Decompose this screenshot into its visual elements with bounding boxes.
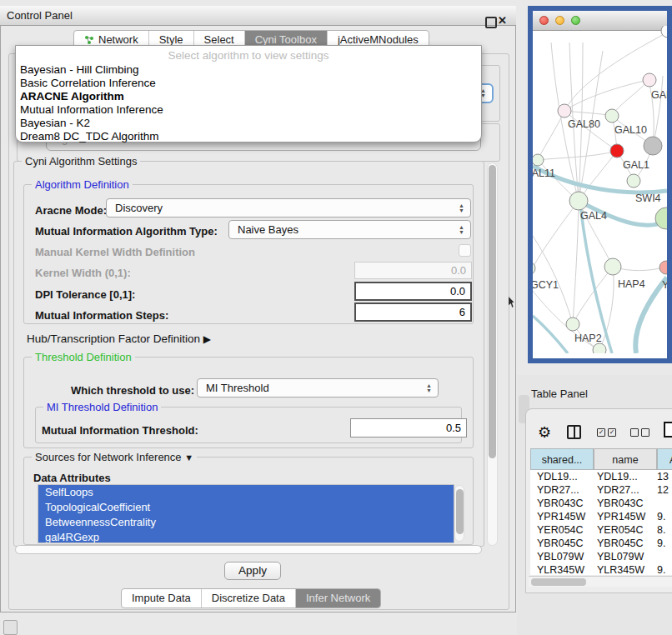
list-scrollbar-thumb[interactable] xyxy=(456,489,464,534)
column-header-name[interactable]: name xyxy=(594,448,657,470)
node-label: Y xyxy=(662,279,667,291)
table-hscrollbar-thumb[interactable] xyxy=(531,578,586,586)
kernel-width-label: Kernel Width (0,1): xyxy=(35,267,131,279)
float-window-icon[interactable] xyxy=(485,17,497,28)
tab-impute-data[interactable]: Impute Data xyxy=(122,589,201,608)
bottom-tabbar: Impute Data Discretize Data Infer Networ… xyxy=(121,588,381,608)
close-icon[interactable]: ✕ xyxy=(498,14,507,27)
node-label: GAL4 xyxy=(580,210,607,222)
tab-infer-network[interactable]: Infer Network xyxy=(295,589,380,608)
aracne-mode-combo[interactable]: Discovery ▲▼ xyxy=(106,198,471,218)
list-item[interactable]: gal4RGexp xyxy=(38,530,454,543)
minimize-traffic-icon[interactable] xyxy=(555,16,564,25)
table-row[interactable]: YER054CYER054C8. xyxy=(530,523,672,537)
node-label: GAL11 xyxy=(533,168,555,179)
dropdown-item[interactable]: Mutual Information Inference xyxy=(16,103,481,117)
sources-title: Sources for Network Inference ▼ xyxy=(32,451,197,463)
mi-threshold-input[interactable] xyxy=(350,418,467,438)
column-header-shared[interactable]: shared... xyxy=(530,448,594,470)
unchecked-checkbox-icon[interactable] xyxy=(641,428,649,437)
checked-checkbox-icon[interactable]: ✓ xyxy=(597,428,605,437)
list-item[interactable]: BetweennessCentrality xyxy=(38,515,454,530)
split-columns-icon[interactable] xyxy=(567,425,581,439)
dropdown-item[interactable]: Bayesian - Hill Climbing xyxy=(16,63,481,77)
dropdown-item-highlighted[interactable]: ARACNE Algorithm xyxy=(16,90,481,103)
kernel-width-input[interactable] xyxy=(354,262,472,279)
table-row[interactable]: YDL19...YDL19...13 xyxy=(530,470,672,483)
table-row[interactable]: YBL079WYBL079W xyxy=(530,550,672,563)
expand-right-icon[interactable]: ▶ xyxy=(203,333,211,345)
algorithm-dropdown-popup: Select algorithm to view settings Bayesi… xyxy=(15,45,482,142)
dpi-tolerance-label: DPI Tolerance [0,1]: xyxy=(35,288,135,301)
mi-steps-label: Mutual Information Steps: xyxy=(35,309,168,322)
network-labels-layer: GAL GAL80 GAL10 GAL1 GAL11 SWI4 GAL4 GCY… xyxy=(533,26,667,353)
aracne-mode-label: Aracne Mode: xyxy=(35,204,107,217)
mi-threshold-definition-title: MI Threshold Definition xyxy=(43,401,161,413)
dropdown-item[interactable]: Bayesian - K2 xyxy=(16,117,481,130)
table-row[interactable]: YLR345WYLR345W9. xyxy=(530,563,672,575)
horizontal-scrollbar[interactable] xyxy=(15,545,482,554)
table-row[interactable]: YPR145WYPR145W9. xyxy=(530,510,672,523)
apply-button[interactable]: Apply xyxy=(224,562,281,580)
table-panel-title: Table Panel xyxy=(531,388,588,400)
node-label: GAL80 xyxy=(568,118,600,130)
manual-kernel-label: Manual Kernel Width Definition xyxy=(35,246,195,258)
dpi-tolerance-input[interactable] xyxy=(354,282,472,301)
cyni-algorithm-settings-title: Cyni Algorithm Settings xyxy=(22,155,140,168)
unchecked-checkbox-icon[interactable] xyxy=(630,428,639,437)
table-row[interactable]: YBR043CYBR043C xyxy=(530,497,672,510)
table-hscrollbar[interactable] xyxy=(529,576,672,587)
control-panel-titlebar[interactable]: Control Panel ✕ xyxy=(0,6,516,26)
settings-scrollbar-thumb[interactable] xyxy=(489,165,496,458)
node-label: GAL1 xyxy=(623,159,649,171)
manual-kernel-checkbox[interactable] xyxy=(459,244,471,257)
table-row[interactable]: YDR27...YDR27...12 xyxy=(530,483,672,497)
gear-icon[interactable]: ⚙ xyxy=(538,423,551,442)
dropdown-item[interactable]: Dream8 DC_TDC Algorithm xyxy=(16,130,481,143)
algorithm-definition-title: Algorithm Definition xyxy=(32,178,133,191)
stepper-icon: ▲▼ xyxy=(426,383,432,393)
close-traffic-icon[interactable] xyxy=(539,16,549,25)
mi-type-label: Mutual Information Algorithm Type: xyxy=(35,225,218,238)
column-header-partial[interactable]: A xyxy=(657,448,672,470)
which-threshold-label: Which threshold to use: xyxy=(71,384,194,397)
dropdown-item[interactable]: Basic Correlation Inference xyxy=(16,77,481,90)
table-row[interactable]: YBR045CYBR045C9. xyxy=(530,537,672,550)
node-label: GAL xyxy=(651,89,667,101)
network-icon xyxy=(84,35,94,45)
corner-mini-button[interactable] xyxy=(3,620,18,635)
hub-definition-toggle[interactable]: Hub/Transcription Factor Definition ▶ xyxy=(27,332,211,345)
threshold-definition-title: Threshold Definition xyxy=(32,351,135,363)
zoom-traffic-icon[interactable] xyxy=(571,16,580,25)
tab-discretize-data[interactable]: Discretize Data xyxy=(201,589,295,608)
which-threshold-combo[interactable]: MI Threshold ▲▼ xyxy=(197,378,439,398)
dropdown-placeholder: Select algorithm to view settings xyxy=(16,48,481,63)
settings-scrollbar[interactable] xyxy=(487,162,498,546)
mi-steps-input[interactable] xyxy=(354,302,472,322)
data-attributes-label: Data Attributes xyxy=(33,472,111,484)
node-label: GAL10 xyxy=(614,124,647,136)
control-panel-title: Control Panel xyxy=(7,9,73,22)
node-label: SWI4 xyxy=(635,192,661,204)
data-attributes-list: SelfLoops TopologicalCoefficient Between… xyxy=(38,484,454,543)
checked-checkbox-icon[interactable]: ✓ xyxy=(608,428,616,437)
list-item[interactable]: TopologicalCoefficient xyxy=(38,500,454,515)
node-label: GCY1 xyxy=(533,279,559,291)
list-item[interactable]: SelfLoops xyxy=(38,485,454,500)
mi-threshold-label: Mutual Information Threshold: xyxy=(42,424,198,437)
table-body: YDL19...YDL19...13 YDR27...YDR27...12 YB… xyxy=(530,470,672,575)
node-label: HAP2 xyxy=(574,332,602,344)
mi-type-combo[interactable]: Naive Bayes ▲▼ xyxy=(228,220,471,239)
collapse-down-icon[interactable]: ▼ xyxy=(184,452,193,462)
stepper-icon: ▲▼ xyxy=(459,203,464,213)
stepper-icon: ▲▼ xyxy=(459,225,464,235)
node-label: HAP4 xyxy=(618,278,645,290)
document-icon[interactable] xyxy=(664,422,672,438)
screen: Control Panel ✕ Network Style Select Cyn… xyxy=(0,0,672,635)
list-scrollbar[interactable] xyxy=(454,485,464,542)
